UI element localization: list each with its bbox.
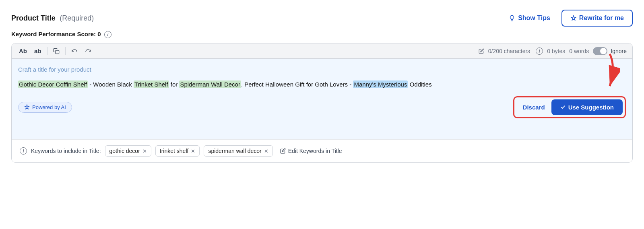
discard-button[interactable]: Discard (516, 100, 551, 115)
svg-rect-0 (56, 50, 59, 54)
keyword-tag-text-1: gothic decor (109, 148, 140, 154)
check-icon (560, 104, 566, 110)
suggestion-actions-wrapper: Discard Use Suggestion (513, 96, 626, 118)
red-outline-box: Discard Use Suggestion (513, 96, 626, 118)
keyword-trinket-shelf: Trinket Shelf (134, 80, 169, 88)
pencil-icon (479, 48, 484, 54)
keywords-label: Keywords to include in Title: (31, 148, 101, 154)
toolbar-separator-2 (65, 47, 66, 55)
remove-keyword-2[interactable]: ✕ (191, 149, 195, 154)
pencil-edit-icon (280, 148, 286, 154)
keywords-info-icon[interactable]: i (20, 147, 27, 155)
editor-toolbar: Ab ab (12, 43, 632, 59)
score-info-icon[interactable]: i (104, 31, 111, 38)
keyword-tag-3: spiderman wall decor ✕ (204, 145, 272, 157)
edit-keywords-label: Edit Keywords in Title (288, 148, 342, 154)
lowercase-button[interactable]: ab (33, 47, 43, 55)
keyword-mannys: Manny's Mysterious (353, 80, 408, 88)
use-suggestion-button[interactable]: Use Suggestion (551, 99, 623, 115)
editor-container: Ab ab (11, 43, 633, 163)
powered-by-badge: Powered by AI (18, 102, 72, 113)
suggestion-text: Gothic Decor Coffin Shelf - Wooden Black… (18, 79, 626, 90)
uppercase-button[interactable]: Ab (17, 47, 29, 55)
byte-count: 0 bytes (547, 48, 565, 54)
editor-body[interactable]: Craft a title for your product Gothic De… (12, 59, 632, 139)
rewrite-button[interactable]: Rewrite for me (561, 10, 633, 27)
redo-icon (85, 48, 91, 54)
undo-button[interactable] (70, 47, 79, 55)
suggestion-footer: Powered by AI Discard (18, 96, 626, 118)
edit-keywords-button[interactable]: Edit Keywords in Title (277, 146, 345, 156)
score-row: Keyword Performance Score: 0 i (11, 31, 633, 38)
word-count: 0 words (569, 48, 589, 54)
lightbulb-icon (508, 14, 516, 22)
keyword-tag-1: gothic decor ✕ (105, 145, 151, 157)
red-arrow (588, 50, 620, 94)
editor-placeholder: Craft a title for your product (18, 66, 626, 73)
required-indicator: (Required) (60, 14, 94, 22)
title-section: Product Title (Required) (11, 14, 94, 23)
remove-keyword-3[interactable]: ✕ (264, 149, 268, 154)
show-tips-button[interactable]: Show Tips (504, 11, 555, 25)
keyword-gothic-decor: Gothic Decor Coffin Shelf (18, 80, 88, 88)
keyword-spiderman: Spiderman Wall Decor (179, 80, 241, 88)
copy-icon (53, 48, 60, 54)
score-label: Keyword Performance Score: (11, 31, 96, 37)
toolbar-left: Ab ab (17, 47, 93, 55)
copy-button[interactable] (52, 47, 61, 55)
char-info-icon[interactable]: i (536, 47, 543, 55)
keywords-footer: i Keywords to include in Title: gothic d… (12, 139, 632, 162)
powered-by-label: Powered by AI (32, 104, 66, 110)
page-title: Product Title (11, 14, 56, 22)
sparkle-icon-badge (24, 104, 30, 110)
keyword-tag-text-3: spiderman wall decor (208, 148, 261, 154)
keyword-tag-text-2: trinket shelf (160, 148, 189, 154)
keyword-tag-2: trinket shelf ✕ (155, 145, 200, 157)
char-count: 0/200 characters (488, 48, 530, 54)
page-header: Product Title (Required) Show Tips Rewri… (11, 10, 633, 27)
redo-button[interactable] (83, 47, 93, 55)
score-value: 0 (97, 31, 101, 37)
toolbar-separator-1 (47, 47, 47, 55)
remove-keyword-1[interactable]: ✕ (142, 149, 147, 154)
undo-icon (71, 48, 78, 54)
sparkle-icon (570, 15, 577, 21)
header-actions: Show Tips Rewrite for me (504, 10, 633, 27)
